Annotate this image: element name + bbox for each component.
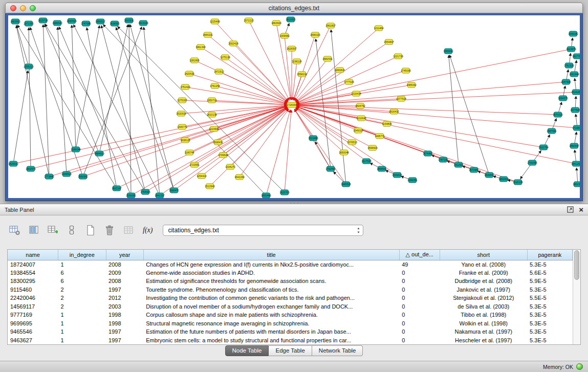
graph-node[interactable]: 1254410	[197, 173, 207, 179]
graph-node[interactable]: 1573360	[469, 167, 479, 172]
vertical-scrollbar[interactable]	[573, 250, 580, 344]
graph-edge[interactable]	[72, 25, 76, 149]
table-row[interactable]: 946554611997Estimation of the future num…	[8, 327, 573, 336]
graph-edge[interactable]	[13, 106, 287, 164]
graph-edge[interactable]	[219, 72, 287, 103]
graph-edge[interactable]	[266, 110, 290, 195]
graph-edge[interactable]	[292, 61, 297, 100]
graph-node[interactable]: 1590562	[78, 174, 88, 179]
graph-edge[interactable]	[230, 108, 288, 167]
graph-node[interactable]: 2186048	[71, 147, 81, 152]
close-window-icon[interactable]	[10, 5, 16, 11]
graph-node[interactable]: 1558219	[297, 72, 307, 77]
show-columns-icon[interactable]	[27, 224, 40, 236]
close-panel-icon[interactable]: ×	[579, 206, 583, 213]
graph-node[interactable]: 1626507	[287, 46, 297, 51]
graph-node[interactable]: 1813104	[138, 20, 148, 26]
graph-edge[interactable]	[67, 106, 287, 174]
graph-node[interactable]: 1495771	[375, 134, 385, 139]
graph-edge[interactable]	[297, 49, 571, 104]
graph-edge[interactable]	[285, 110, 291, 192]
graph-edge[interactable]	[449, 55, 459, 165]
column-header-out-de-[interactable]: △ out_de...	[399, 250, 440, 260]
table-row[interactable]: 1456911722003Disruption of a novel membe…	[8, 302, 573, 311]
graph-node[interactable]: 2071355	[24, 21, 34, 26]
tab-node-table[interactable]: Node Table	[225, 345, 269, 356]
graph-node[interactable]: 1777026	[344, 79, 354, 84]
graph-edge[interactable]	[296, 108, 397, 175]
graph-node[interactable]: 1827703	[572, 54, 580, 59]
graph-node[interactable]: 1682531	[322, 56, 333, 61]
graph-node[interactable]: 2002418	[228, 41, 238, 46]
import-table-icon[interactable]	[122, 224, 135, 236]
graph-node[interactable]: 1616432	[389, 109, 399, 114]
graph-node[interactable]: 1508432	[213, 140, 223, 145]
graph-node[interactable]: 1863903	[10, 19, 20, 24]
graph-node[interactable]: 1699603	[367, 145, 378, 150]
graph-node[interactable]: 2055213	[24, 64, 34, 69]
graph-node[interactable]: 1696320	[310, 32, 320, 37]
graph-edge[interactable]	[130, 25, 174, 190]
tab-network-table[interactable]: Network Table	[312, 345, 363, 356]
graph-node[interactable]: 1977605	[570, 107, 580, 113]
graph-node[interactable]: 2016139	[513, 180, 523, 185]
table-selector-dropdown[interactable]: citations_edges.txt ▲▼	[163, 225, 363, 236]
graph-node[interactable]: 1761254	[210, 83, 220, 89]
graph-edge[interactable]	[116, 28, 174, 190]
graph-edge[interactable]	[297, 105, 577, 128]
graph-node[interactable]: 1154809	[382, 121, 391, 126]
graph-node[interactable]: 1961807	[325, 23, 336, 28]
graph-node[interactable]: 1870029	[553, 112, 563, 117]
graph-node[interactable]: 1705366	[527, 160, 537, 165]
table-row[interactable]: 1872400712008Changes of HCN gene express…	[8, 260, 573, 269]
graph-node[interactable]: 1549160	[568, 31, 578, 36]
graph-node[interactable]: 1604752	[355, 103, 365, 108]
graph-edge[interactable]	[297, 106, 576, 164]
graph-edge[interactable]	[297, 99, 401, 104]
graph-node[interactable]: 1996540	[52, 20, 62, 26]
graph-node[interactable]: 1674482	[423, 151, 433, 156]
graph-node[interactable]: 1309660	[279, 33, 290, 38]
table-row[interactable]: 911546021997Tourette syndrome. Phenomeno…	[8, 286, 573, 294]
graph-node[interactable]: 1223906	[209, 126, 219, 132]
graph-node[interactable]: 1923874	[566, 47, 576, 52]
graph-node[interactable]: 1196128	[292, 59, 301, 64]
window-titlebar[interactable]: citations_edges.txt	[5, 3, 583, 13]
column-header-in-degree[interactable]: in_degree	[58, 250, 106, 260]
graph-node[interactable]: 1211464	[374, 26, 383, 31]
graph-node[interactable]: 1615728	[38, 18, 48, 23]
graph-edge[interactable]	[297, 106, 543, 147]
table-row[interactable]: 1830029562008Estimation of significance …	[8, 277, 573, 286]
function-builder-icon[interactable]: f(x)	[143, 226, 153, 234]
graph-node[interactable]: 1719832	[572, 125, 580, 130]
graph-node[interactable]: 1210646	[356, 116, 366, 121]
graph-node[interactable]: 1890547	[569, 143, 579, 148]
add-rows-icon[interactable]	[46, 224, 59, 236]
graph-edge[interactable]	[285, 36, 291, 100]
graph-node[interactable]: 1554807	[384, 39, 394, 45]
table-row[interactable]: 1938455462009Genome-wide association stu…	[8, 269, 573, 277]
graph-node[interactable]: 1941337	[155, 193, 165, 198]
graph-node[interactable]: 2009514	[61, 171, 72, 177]
graph-node[interactable]: 1961343	[195, 45, 206, 50]
graph-node[interactable]: 1638125	[180, 138, 190, 143]
graph-edge[interactable]	[189, 107, 287, 152]
graph-edge[interactable]	[49, 106, 287, 177]
graph-edge[interactable]	[297, 71, 406, 103]
graph-edge[interactable]	[101, 26, 145, 192]
graph-node[interactable]: 1509023	[392, 172, 402, 178]
graph-edge[interactable]	[16, 26, 29, 67]
graph-edge[interactable]	[131, 107, 287, 195]
column-header-short[interactable]: short	[440, 250, 527, 260]
graph-edge[interactable]	[30, 28, 83, 177]
graph-node[interactable]: 1761529	[564, 63, 574, 68]
minimize-window-icon[interactable]	[20, 5, 26, 11]
graph-edge[interactable]	[57, 27, 67, 174]
network-canvas[interactable]: 1724094122549916642011961343128180614206…	[8, 15, 580, 198]
float-window-icon[interactable]	[567, 206, 574, 213]
graph-edge[interactable]	[13, 71, 28, 164]
graph-node[interactable]: 2061944	[569, 72, 579, 77]
graph-edge[interactable]	[76, 26, 99, 149]
graph-node[interactable]: 1334270	[225, 164, 235, 169]
graph-node[interactable]: 1813005	[286, 17, 296, 22]
